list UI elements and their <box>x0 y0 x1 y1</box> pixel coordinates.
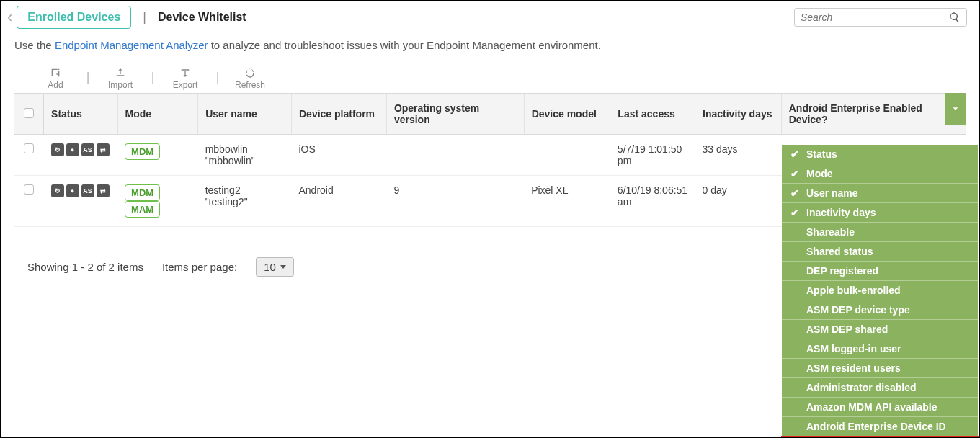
pagination-showing: Showing 1 - 2 of 2 items <box>27 261 143 273</box>
column-picker-toggle[interactable] <box>945 93 966 125</box>
col-model[interactable]: Device model <box>524 94 610 135</box>
colopt-apple-bulk[interactable]: Apple bulk-enrolled <box>782 281 978 300</box>
select-all-checkbox[interactable] <box>24 108 34 118</box>
col-platform[interactable]: Device platform <box>292 94 387 135</box>
col-osver[interactable]: Operating system version <box>386 94 524 135</box>
status-badge-as: AS <box>81 143 94 156</box>
cell-last: 6/10/19 8:06:51 am <box>610 176 695 227</box>
help-text: Use the Endpoint Management Analyzer to … <box>1 29 979 67</box>
status-badge-shuffle: ⇄ <box>97 184 110 197</box>
add-button[interactable]: Add <box>30 67 81 90</box>
col-user[interactable]: User name <box>198 94 292 135</box>
colopt-ae-device-id[interactable]: Android Enterprise Device ID <box>782 417 978 437</box>
import-button[interactable]: Import <box>95 67 146 90</box>
search-box[interactable] <box>794 8 967 27</box>
cell-inact: 33 days <box>695 135 782 176</box>
colopt-admin-disabled[interactable]: Administrator disabled <box>782 378 978 398</box>
col-status[interactable]: Status <box>44 94 117 135</box>
colopt-mode[interactable]: ✔Mode <box>782 164 978 184</box>
cell-user: mbbowlin "mbbowlin" <box>198 135 292 176</box>
cell-platform: Android <box>292 176 387 227</box>
refresh-button[interactable]: Refresh <box>225 67 275 90</box>
status-badge-sync: ↻ <box>51 143 64 156</box>
column-picker-dropdown: ✔Status ✔Mode ✔User name ✔Inactivity day… <box>782 145 978 438</box>
toolbar-sep: | <box>146 67 160 85</box>
cell-model <box>524 135 610 176</box>
mode-chip-mdm: MDM <box>125 143 160 160</box>
cell-inact: 0 day <box>695 176 782 227</box>
caret-down-icon <box>280 265 286 269</box>
mode-chip-mam: MAM <box>125 201 160 218</box>
refresh-icon <box>244 67 256 79</box>
status-badge-sync: ↻ <box>51 184 64 197</box>
status-badges: ↻ ● AS ⇄ <box>51 184 110 197</box>
back-caret-icon[interactable]: ‹ <box>7 8 12 27</box>
col-mode[interactable]: Mode <box>117 94 198 135</box>
add-icon <box>50 67 61 79</box>
search-input[interactable] <box>801 12 949 23</box>
cell-osver: 9 <box>386 176 524 227</box>
colopt-asm-dep-type[interactable]: ASM DEP device type <box>782 300 978 320</box>
export-button[interactable]: Export <box>160 67 210 90</box>
cell-platform: iOS <box>292 135 387 176</box>
status-badges: ↻ ● AS ⇄ <box>51 143 110 156</box>
row-checkbox[interactable] <box>24 184 34 195</box>
search-icon[interactable] <box>949 12 961 23</box>
help-suffix: to analyze and troubleshoot issues with … <box>208 39 601 51</box>
colopt-shareable[interactable]: Shareable <box>782 223 978 242</box>
refresh-label: Refresh <box>235 80 265 90</box>
col-aee[interactable]: Android Enterprise Enabled Device? <box>781 94 966 135</box>
tab-device-whitelist[interactable]: Device Whitelist <box>158 11 246 24</box>
items-per-page-value: 10 <box>264 261 276 273</box>
colopt-asm-logged-in[interactable]: ASM logged-in user <box>782 339 978 359</box>
colopt-status[interactable]: ✔Status <box>782 145 978 164</box>
colopt-asm-dep-shared[interactable]: ASM DEP shared <box>782 320 978 339</box>
status-badge-shuffle: ⇄ <box>97 143 110 156</box>
toolbar-sep: | <box>210 67 225 85</box>
col-inact[interactable]: Inactivity days <box>695 94 782 135</box>
export-icon <box>179 67 191 79</box>
colopt-dep-registered[interactable]: DEP registered <box>782 262 978 281</box>
chevron-down-icon <box>950 104 961 114</box>
toolbar: Add | Import | Export | Refresh <box>1 67 979 93</box>
colopt-shared-status[interactable]: Shared status <box>782 242 978 262</box>
colopt-amazon-mdm[interactable]: Amazon MDM API available <box>782 398 978 417</box>
colopt-asm-resident[interactable]: ASM resident users <box>782 359 978 378</box>
help-prefix: Use the <box>14 39 55 51</box>
tab-separator: | <box>143 10 146 25</box>
status-badge-as: AS <box>81 184 94 197</box>
row-checkbox[interactable] <box>24 143 34 153</box>
status-badge-dot: ● <box>66 143 79 156</box>
import-label: Import <box>108 80 133 90</box>
toolbar-sep: | <box>81 67 95 85</box>
export-label: Export <box>173 80 198 90</box>
link-em-analyzer[interactable]: Endpoint Management Analyzer <box>55 39 208 51</box>
items-per-page-select[interactable]: 10 <box>256 257 294 277</box>
status-badge-dot: ● <box>66 184 79 197</box>
cell-user: testing2 "testing2" <box>198 176 292 227</box>
col-last[interactable]: Last access <box>610 94 695 135</box>
cell-last: 5/7/19 1:01:50 pm <box>610 135 695 176</box>
mode-chip-mdm: MDM <box>125 184 160 201</box>
colopt-user[interactable]: ✔User name <box>782 184 978 203</box>
cell-model: Pixel XL <box>524 176 610 227</box>
add-label: Add <box>48 80 63 90</box>
colopt-inactivity[interactable]: ✔Inactivity days <box>782 203 978 223</box>
tab-enrolled-devices[interactable]: Enrolled Devices <box>17 6 131 29</box>
cell-osver <box>386 135 524 176</box>
items-per-page-label: Items per page: <box>162 261 237 273</box>
import-icon <box>115 67 126 79</box>
